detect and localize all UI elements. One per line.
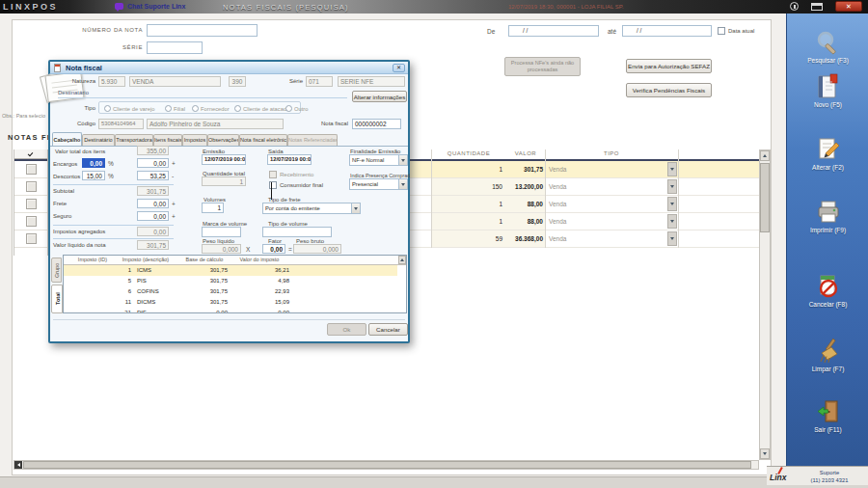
header-imposto-descricao[interactable]: Imposto (descrição)	[117, 257, 175, 262]
subtotal-input[interactable]: 301,75	[137, 186, 169, 196]
tab-transportadora[interactable]: Transportadora	[115, 134, 153, 146]
seguro-input[interactable]: 0,00	[137, 211, 169, 221]
ok-button[interactable]: Ok	[327, 323, 366, 336]
fator-input[interactable]: 0,00	[262, 244, 285, 254]
dialog-title-bar[interactable]: Nota fiscal ✕	[50, 62, 408, 74]
chevron-down-icon[interactable]	[351, 203, 360, 213]
tipo-volume-input[interactable]	[262, 227, 332, 237]
tab-observacoes[interactable]: Observações	[207, 134, 239, 146]
radio-outro[interactable]	[285, 105, 292, 112]
horizontal-scrollbar[interactable]	[14, 460, 759, 470]
descontos-valor-input[interactable]: 53,25	[137, 171, 169, 180]
valor-total-input[interactable]: 355,00	[137, 146, 169, 155]
radio-fornecedor[interactable]	[192, 105, 199, 112]
serie-descricao-input[interactable]: SERIE NFE	[338, 76, 405, 87]
verifica-pendencias-button[interactable]: Verifica Pendências Fiscais	[626, 83, 712, 97]
impostos-agregados-input[interactable]: 0,00	[137, 227, 169, 236]
natureza-codigo-input[interactable]: 5.930	[98, 76, 125, 87]
table-row[interactable]: 150 13.200,00 Venda	[410, 178, 759, 196]
tab-destinatario[interactable]: Destinatário	[82, 134, 115, 146]
scroll-left-button[interactable]	[14, 461, 22, 469]
table-row[interactable]: 1 88,00 Venda	[410, 196, 759, 213]
chevron-down-icon[interactable]	[398, 179, 407, 189]
radio-cliente-varejo[interactable]	[104, 105, 111, 112]
envia-autorizacao-sefaz-button[interactable]: Envia para Autorização SEFAZ	[626, 59, 712, 73]
imposto-row[interactable]: 1 ICMS 301,75 36,21	[64, 265, 397, 276]
serie-input[interactable]	[147, 41, 203, 54]
recebimento-checkbox[interactable]	[269, 171, 277, 178]
date-from-input[interactable]: / /	[508, 25, 599, 37]
dialog-close-button[interactable]: ✕	[393, 64, 405, 72]
tab-nota-fiscal-eletronica[interactable]: Nota fiscal eletrônica	[239, 134, 287, 146]
info-icon[interactable]	[790, 2, 799, 11]
header-base-calculo[interactable]: Base de cálculo	[179, 257, 230, 262]
scrollbar-thumb[interactable]	[23, 461, 751, 469]
volumes-input[interactable]: 1	[202, 203, 224, 213]
encargos-valor-input[interactable]: 0,00	[137, 158, 169, 168]
tab-impostos[interactable]: Impostos	[182, 134, 207, 146]
radio-cliente-atacado[interactable]	[234, 105, 241, 112]
serie-codigo-input[interactable]: 071	[306, 76, 333, 87]
sidebar-button-pesquisar[interactable]: Pesquisar (F3)	[787, 29, 868, 64]
close-window-button[interactable]: ✕	[835, 1, 862, 12]
sidebar-button-sair[interactable]: Sair (F11)	[787, 398, 868, 433]
consumidor-final-checkbox[interactable]	[269, 181, 277, 189]
saida-input[interactable]: 12/07/2019 00:00	[267, 154, 312, 165]
marca-volume-input[interactable]	[202, 227, 241, 237]
emissao-input[interactable]: 12/07/2019 00:00	[202, 154, 246, 165]
minimize-icon[interactable]	[811, 3, 823, 11]
row-checkbox-cell[interactable]	[14, 161, 47, 178]
numero-da-nota-input[interactable]	[147, 24, 258, 37]
vertical-scrollbar[interactable]	[759, 149, 771, 460]
destinatario-nome-input[interactable]: Adolfo Pinheiro de Souza	[147, 119, 284, 129]
sidebar-button-limpar[interactable]: Limpar (F7)	[787, 338, 868, 372]
chevron-down-icon[interactable]	[398, 155, 407, 165]
imposto-row[interactable]: 21 DIF 0,00 0,00	[64, 308, 397, 313]
scrollbar-thumb[interactable]	[760, 163, 770, 232]
scroll-down-button[interactable]	[760, 448, 770, 459]
row-checkbox[interactable]	[26, 164, 37, 175]
tab-cabecalho[interactable]: Cabeçalho	[52, 132, 82, 146]
col-header-tipo[interactable]: TIPO	[545, 150, 678, 156]
header-imposto-id[interactable]: Imposto (ID)	[64, 257, 122, 262]
tab-notas-referenciadas[interactable]: Notas Referenciadas	[287, 134, 338, 146]
row-checkbox[interactable]	[26, 181, 37, 192]
tab-itens-fiscais[interactable]: Itens fiscais	[153, 134, 182, 146]
table-row[interactable]: 59 36.368,00 Venda	[410, 230, 759, 248]
select-all-header[interactable]	[14, 149, 47, 159]
table-row[interactable]: 1 88,00 Venda	[410, 213, 759, 230]
row-checkbox[interactable]	[26, 233, 37, 244]
tipo-frete-select[interactable]: Por conta do emitente	[262, 203, 361, 214]
peso-bruto-input[interactable]: 0,000	[293, 244, 341, 254]
peso-liquido-input[interactable]: 0,000	[202, 244, 241, 254]
processa-nfe-button[interactable]: Processa NFe's ainda não processadas	[504, 57, 581, 76]
quantidade-total-input[interactable]: 1	[202, 176, 246, 186]
nota-fiscal-numero-input[interactable]: 000000002	[352, 119, 401, 129]
valor-liquido-input[interactable]: 301,75	[137, 240, 169, 250]
date-to-input[interactable]: / /	[622, 25, 712, 37]
row-checkbox-cell[interactable]	[14, 230, 47, 248]
sidebar-button-alterar[interactable]: Alterar (F2)	[787, 136, 868, 171]
sidebar-button-imprimir[interactable]: Imprimir (F9)	[787, 199, 868, 233]
frete-input[interactable]: 0,00	[137, 199, 169, 208]
row-checkbox[interactable]	[26, 199, 37, 209]
natureza-numero-input[interactable]: 390	[229, 76, 246, 87]
sidebar-button-cancelar[interactable]: Cancelar (F8)	[787, 273, 868, 308]
data-atual-checkbox[interactable]	[718, 27, 725, 35]
cancelar-button[interactable]: Cancelar	[368, 323, 408, 336]
vtab-total[interactable]: Total	[51, 285, 63, 313]
chat-bubble-icon[interactable]	[115, 3, 123, 10]
tipo-dropdown[interactable]	[667, 162, 677, 176]
descontos-pct-input[interactable]: 15,00	[82, 171, 105, 180]
row-checkbox-cell[interactable]	[14, 196, 47, 213]
codigo-input[interactable]: 53084104964	[98, 119, 144, 129]
tipo-dropdown[interactable]	[667, 231, 677, 246]
table-row[interactable]: 1 301,75 Venda	[410, 161, 759, 178]
row-checkbox-cell[interactable]	[14, 213, 47, 230]
imposto-row[interactable]: 11 DICMS 301,75 15,09	[64, 297, 397, 308]
col-header-valor[interactable]: VALOR	[506, 150, 545, 156]
scroll-up-button[interactable]	[760, 150, 770, 161]
finalidade-select[interactable]: NF-e Normal	[349, 154, 408, 166]
imposto-row[interactable]: 6 COFINS 301,75 22,93	[64, 286, 397, 297]
sidebar-button-novo[interactable]: Novo (F5)	[787, 73, 868, 108]
